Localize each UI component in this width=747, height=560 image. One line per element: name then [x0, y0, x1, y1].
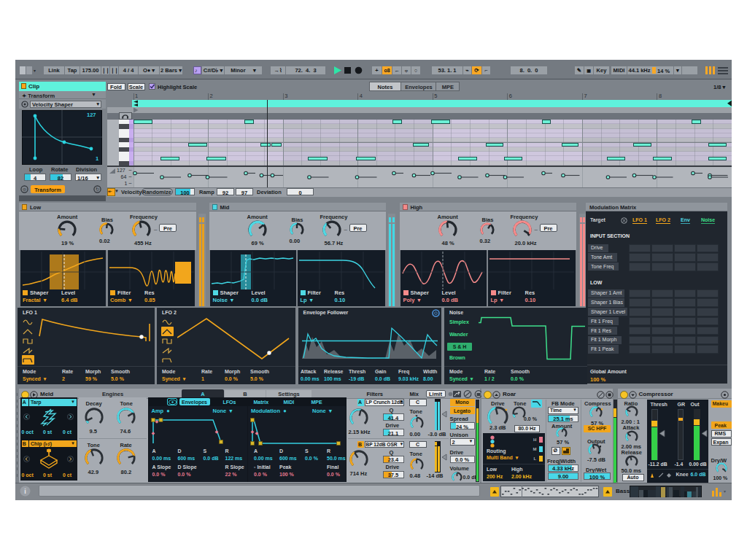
svg-text:⊜: ⊜ — [23, 187, 26, 192]
svg-text:↻: ↻ — [96, 187, 99, 192]
svg-text:i: i — [24, 488, 26, 495]
